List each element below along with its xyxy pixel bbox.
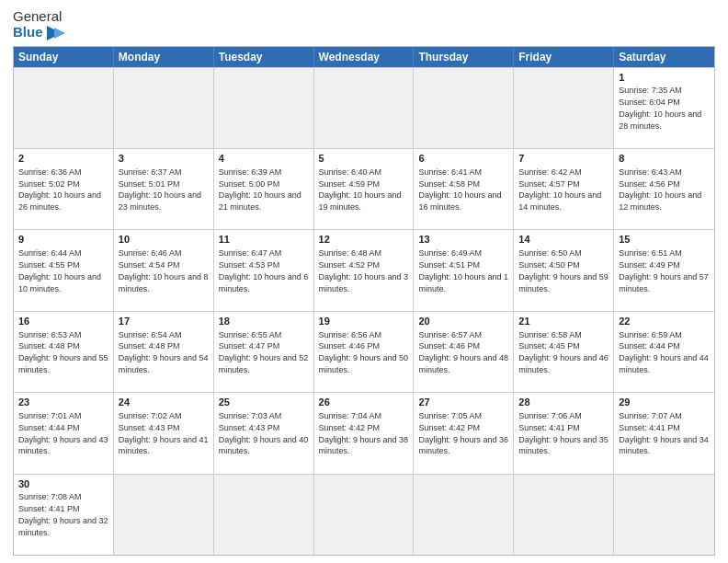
day-number: 25 — [219, 396, 309, 409]
cal-cell: 11Sunrise: 6:47 AM Sunset: 4:53 PM Dayli… — [214, 230, 314, 310]
sun-info: Sunrise: 6:53 AM Sunset: 4:48 PM Dayligh… — [18, 330, 108, 374]
logo-flag-icon — [47, 26, 67, 40]
cal-cell: 18Sunrise: 6:55 AM Sunset: 4:47 PM Dayli… — [214, 312, 314, 392]
sun-info: Sunrise: 7:04 AM Sunset: 4:42 PM Dayligh… — [319, 411, 409, 455]
cal-cell — [414, 68, 514, 148]
day-number: 3 — [119, 152, 209, 166]
cal-cell: 20Sunrise: 6:57 AM Sunset: 4:46 PM Dayli… — [414, 312, 514, 392]
logo: General Blue — [13, 9, 67, 40]
day-number: 20 — [418, 315, 508, 328]
cal-cell — [14, 68, 114, 148]
day-number: 8 — [619, 152, 710, 166]
day-number: 30 — [18, 477, 108, 491]
week-row-5: 30Sunrise: 7:08 AM Sunset: 4:41 PM Dayli… — [14, 474, 714, 555]
sun-info: Sunrise: 7:35 AM Sunset: 6:04 PM Dayligh… — [619, 86, 701, 130]
sun-info: Sunrise: 6:54 AM Sunset: 4:48 PM Dayligh… — [119, 330, 209, 374]
cal-cell: 8Sunrise: 6:43 AM Sunset: 4:56 PM Daylig… — [614, 149, 714, 229]
cal-cell — [614, 475, 714, 555]
sun-info: Sunrise: 6:59 AM Sunset: 4:44 PM Dayligh… — [619, 330, 709, 374]
cal-cell: 12Sunrise: 6:48 AM Sunset: 4:52 PM Dayli… — [314, 230, 415, 310]
header: General Blue — [13, 9, 715, 40]
day-number: 10 — [119, 233, 209, 247]
day-number: 13 — [418, 233, 508, 247]
logo-general: General — [13, 9, 67, 25]
cal-cell: 4Sunrise: 6:39 AM Sunset: 5:00 PM Daylig… — [214, 149, 314, 229]
cal-cell: 27Sunrise: 7:05 AM Sunset: 4:42 PM Dayli… — [414, 393, 514, 473]
header-day-friday: Friday — [514, 47, 614, 67]
week-row-2: 9Sunrise: 6:44 AM Sunset: 4:55 PM Daylig… — [14, 229, 714, 310]
sun-info: Sunrise: 6:49 AM Sunset: 4:51 PM Dayligh… — [418, 248, 508, 293]
svg-marker-1 — [54, 28, 65, 39]
sun-info: Sunrise: 6:48 AM Sunset: 4:52 PM Dayligh… — [319, 248, 409, 293]
cal-cell: 16Sunrise: 6:53 AM Sunset: 4:48 PM Dayli… — [14, 312, 114, 392]
day-number: 28 — [518, 396, 609, 409]
sun-info: Sunrise: 7:06 AM Sunset: 4:41 PM Dayligh… — [518, 411, 609, 455]
sun-info: Sunrise: 6:47 AM Sunset: 4:53 PM Dayligh… — [219, 248, 309, 293]
sun-info: Sunrise: 6:42 AM Sunset: 4:57 PM Dayligh… — [518, 167, 601, 212]
cal-cell: 19Sunrise: 6:56 AM Sunset: 4:46 PM Dayli… — [314, 312, 415, 392]
cal-cell: 21Sunrise: 6:58 AM Sunset: 4:45 PM Dayli… — [514, 312, 614, 392]
cal-cell: 30Sunrise: 7:08 AM Sunset: 4:41 PM Dayli… — [14, 475, 114, 555]
week-row-4: 23Sunrise: 7:01 AM Sunset: 4:44 PM Dayli… — [14, 392, 714, 473]
day-number: 16 — [18, 315, 108, 328]
day-number: 23 — [18, 396, 108, 409]
sun-info: Sunrise: 6:46 AM Sunset: 4:54 PM Dayligh… — [119, 248, 209, 293]
cal-cell — [514, 475, 614, 555]
sun-info: Sunrise: 6:44 AM Sunset: 4:55 PM Dayligh… — [18, 248, 101, 293]
day-number: 15 — [619, 233, 710, 247]
header-day-thursday: Thursday — [414, 47, 514, 67]
cal-cell — [214, 68, 314, 148]
cal-cell: 13Sunrise: 6:49 AM Sunset: 4:51 PM Dayli… — [414, 230, 514, 310]
cal-cell: 9Sunrise: 6:44 AM Sunset: 4:55 PM Daylig… — [14, 230, 114, 310]
sun-info: Sunrise: 7:01 AM Sunset: 4:44 PM Dayligh… — [18, 411, 108, 455]
cal-cell: 24Sunrise: 7:02 AM Sunset: 4:43 PM Dayli… — [114, 393, 214, 473]
cal-cell: 7Sunrise: 6:42 AM Sunset: 4:57 PM Daylig… — [514, 149, 614, 229]
day-number: 11 — [219, 233, 309, 247]
day-number: 17 — [119, 315, 209, 328]
day-number: 1 — [619, 71, 710, 85]
header-day-wednesday: Wednesday — [314, 47, 415, 67]
sun-info: Sunrise: 7:05 AM Sunset: 4:42 PM Dayligh… — [418, 411, 508, 455]
cal-cell: 2Sunrise: 6:36 AM Sunset: 5:02 PM Daylig… — [14, 149, 114, 229]
cal-cell: 22Sunrise: 6:59 AM Sunset: 4:44 PM Dayli… — [614, 312, 714, 392]
sun-info: Sunrise: 6:40 AM Sunset: 4:59 PM Dayligh… — [319, 167, 402, 212]
day-number: 24 — [119, 396, 209, 409]
cal-cell — [314, 475, 415, 555]
cal-cell: 17Sunrise: 6:54 AM Sunset: 4:48 PM Dayli… — [114, 312, 214, 392]
cal-cell: 29Sunrise: 7:07 AM Sunset: 4:41 PM Dayli… — [614, 393, 714, 473]
day-number: 14 — [518, 233, 609, 247]
cal-cell: 14Sunrise: 6:50 AM Sunset: 4:50 PM Dayli… — [514, 230, 614, 310]
calendar-header: SundayMondayTuesdayWednesdayThursdayFrid… — [14, 47, 714, 67]
logo-container: General Blue — [13, 9, 67, 40]
cal-cell: 1Sunrise: 7:35 AM Sunset: 6:04 PM Daylig… — [614, 68, 714, 148]
logo-blue: Blue — [13, 25, 67, 40]
week-row-0: 1Sunrise: 7:35 AM Sunset: 6:04 PM Daylig… — [14, 67, 714, 148]
day-number: 7 — [518, 152, 609, 166]
page: General Blue SundayMondayTuesdayWednesda… — [0, 0, 728, 563]
cal-cell — [114, 475, 214, 555]
header-day-sunday: Sunday — [14, 47, 114, 67]
cal-cell: 3Sunrise: 6:37 AM Sunset: 5:01 PM Daylig… — [114, 149, 214, 229]
day-number: 6 — [418, 152, 508, 166]
header-day-monday: Monday — [114, 47, 214, 67]
sun-info: Sunrise: 6:43 AM Sunset: 4:56 PM Dayligh… — [619, 167, 701, 212]
cal-cell: 23Sunrise: 7:01 AM Sunset: 4:44 PM Dayli… — [14, 393, 114, 473]
sun-info: Sunrise: 7:07 AM Sunset: 4:41 PM Dayligh… — [619, 411, 709, 455]
sun-info: Sunrise: 6:36 AM Sunset: 5:02 PM Dayligh… — [18, 167, 101, 212]
cal-cell — [514, 68, 614, 148]
cal-cell: 10Sunrise: 6:46 AM Sunset: 4:54 PM Dayli… — [114, 230, 214, 310]
cal-cell: 15Sunrise: 6:51 AM Sunset: 4:49 PM Dayli… — [614, 230, 714, 310]
cal-cell — [414, 475, 514, 555]
sun-info: Sunrise: 6:56 AM Sunset: 4:46 PM Dayligh… — [319, 330, 409, 374]
day-number: 5 — [319, 152, 409, 166]
header-day-saturday: Saturday — [614, 47, 714, 67]
cal-cell: 25Sunrise: 7:03 AM Sunset: 4:43 PM Dayli… — [214, 393, 314, 473]
sun-info: Sunrise: 6:39 AM Sunset: 5:00 PM Dayligh… — [219, 167, 301, 212]
calendar: SundayMondayTuesdayWednesdayThursdayFrid… — [13, 46, 715, 556]
sun-info: Sunrise: 6:55 AM Sunset: 4:47 PM Dayligh… — [219, 330, 309, 374]
day-number: 4 — [219, 152, 309, 166]
cal-cell: 28Sunrise: 7:06 AM Sunset: 4:41 PM Dayli… — [514, 393, 614, 473]
day-number: 9 — [18, 233, 108, 247]
calendar-body: 1Sunrise: 7:35 AM Sunset: 6:04 PM Daylig… — [14, 67, 714, 555]
sun-info: Sunrise: 7:02 AM Sunset: 4:43 PM Dayligh… — [119, 411, 209, 455]
